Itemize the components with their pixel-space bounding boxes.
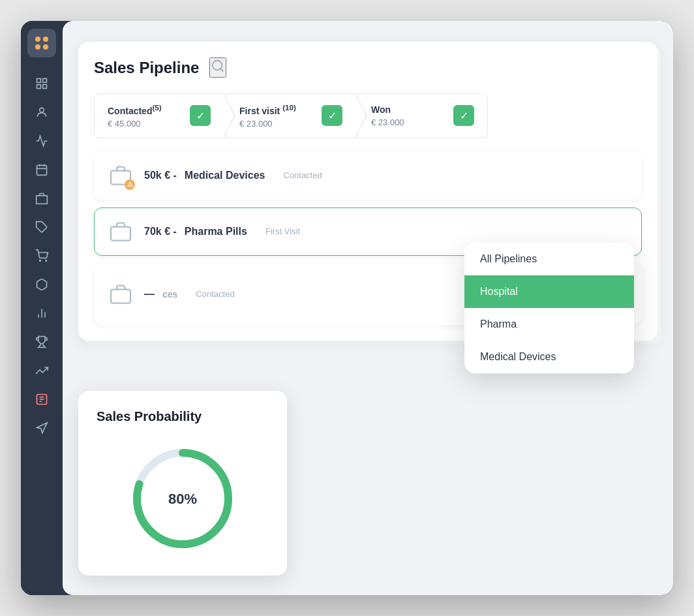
- svg-rect-1: [43, 79, 47, 83]
- svg-line-18: [221, 69, 224, 71]
- svg-rect-2: [37, 85, 41, 89]
- logo-dot-3: [35, 44, 40, 50]
- logo-dots: [35, 37, 48, 50]
- donut-chart-container: 80%: [97, 440, 269, 557]
- stage-first-visit-name: First visit (10): [239, 103, 314, 116]
- svg-point-17: [213, 61, 222, 70]
- logo-dot-2: [43, 37, 48, 42]
- warning-badge: ⚠: [125, 179, 135, 190]
- dropdown-option-all-pipelines[interactable]: All Pipelines: [464, 243, 634, 275]
- deal-icon-third: [108, 281, 134, 307]
- stage-contacted-name: Contacted(5): [108, 103, 182, 116]
- svg-rect-9: [37, 196, 48, 204]
- sales-probability-card: Sales Probability 80%: [78, 391, 287, 576]
- deal-stage-medical: Contacted: [283, 170, 322, 180]
- page-title: Sales Pipeline: [94, 59, 199, 77]
- deal-icon-medical: ⚠: [108, 162, 134, 189]
- sidebar-item-chart[interactable]: [29, 300, 55, 326]
- stage-won-check: ✓: [453, 105, 474, 126]
- probability-title: Sales Probability: [97, 409, 269, 424]
- stage-contacted-check: ✓: [190, 105, 211, 126]
- stage-contacted-info: Contacted(5) € 45.000: [108, 103, 182, 129]
- stage-contacted[interactable]: Contacted(5) € 45.000 ✓: [94, 93, 224, 138]
- sidebar-item-goals[interactable]: [29, 329, 55, 355]
- stage-first-visit-check: ✓: [322, 105, 342, 126]
- dropdown-option-medical-devices[interactable]: Medical Devices: [464, 341, 634, 373]
- sidebar-item-products[interactable]: [29, 271, 55, 298]
- svg-point-12: [46, 260, 47, 262]
- stage-won-name: Won: [371, 104, 445, 115]
- stage-won[interactable]: Won € 23.000 ✓: [357, 93, 488, 138]
- stage-contacted-amount: € 45.000: [108, 119, 182, 129]
- deal-amount-third: —: [144, 288, 155, 300]
- stage-won-info: Won € 23.000: [371, 104, 445, 127]
- main-content: Sales Pipeline Contacted(5) € 45.000: [63, 21, 673, 595]
- deal-name-pharma: Pharma Pills: [185, 226, 247, 238]
- pipeline-dropdown: All Pipelines Hospital Pharma Medical De…: [464, 243, 634, 373]
- sidebar-item-companies[interactable]: [29, 185, 55, 211]
- sidebar-item-dashboard[interactable]: [29, 70, 55, 97]
- sidebar-logo: [27, 29, 56, 57]
- svg-rect-21: [111, 289, 130, 303]
- sidebar: [21, 21, 63, 595]
- dropdown-option-hospital[interactable]: Hospital: [464, 275, 634, 308]
- sidebar-item-calendar[interactable]: [29, 157, 55, 183]
- svg-rect-3: [43, 85, 47, 89]
- deal-row-medical-devices[interactable]: ⚠ 50k € - Medical Devices Contacted: [94, 151, 642, 200]
- deal-stage-third: Contacted: [196, 289, 234, 299]
- svg-rect-5: [37, 165, 47, 175]
- stage-first-visit-info: First visit (10) € 23.000: [239, 103, 314, 129]
- sidebar-item-analytics[interactable]: [29, 358, 55, 384]
- svg-point-4: [40, 108, 44, 112]
- pipeline-stages: Contacted(5) € 45.000 ✓ First visit (10)…: [94, 93, 642, 138]
- logo-dot-1: [35, 37, 40, 42]
- sidebar-item-activity[interactable]: [29, 128, 55, 154]
- svg-rect-0: [37, 79, 41, 83]
- card-header: Sales Pipeline: [94, 57, 642, 78]
- sidebar-item-tags[interactable]: [29, 214, 55, 240]
- sidebar-item-reports[interactable]: [29, 386, 55, 412]
- dropdown-option-pharma[interactable]: Pharma: [464, 308, 634, 341]
- deal-amount-pharma: 70k € -: [144, 226, 177, 238]
- donut-value: 80%: [168, 491, 197, 507]
- app-wrapper: Sales Pipeline Contacted(5) € 45.000: [21, 21, 673, 595]
- donut-chart: 80%: [124, 440, 241, 557]
- svg-rect-20: [111, 226, 130, 240]
- deal-icon-pharma: [108, 219, 134, 245]
- deal-info-medical: 50k € - Medical Devices Contacted: [144, 170, 628, 181]
- stage-won-amount: € 23.000: [371, 117, 445, 127]
- search-button[interactable]: [209, 57, 226, 78]
- sidebar-item-marketing[interactable]: [29, 415, 55, 441]
- sidebar-item-contacts[interactable]: [29, 99, 55, 125]
- deal-name-third: ces: [162, 289, 177, 300]
- logo-dot-4: [43, 44, 48, 50]
- stage-first-visit-amount: € 23.000: [239, 119, 314, 129]
- sidebar-item-orders[interactable]: [29, 243, 55, 269]
- stage-first-visit[interactable]: First visit (10) € 23.000 ✓: [226, 93, 356, 138]
- deal-name-medical: Medical Devices: [185, 170, 265, 181]
- deal-stage-pharma: First Visit: [265, 226, 300, 236]
- deal-info-pharma: 70k € - Pharma Pills First Visit: [144, 226, 628, 238]
- svg-point-11: [40, 260, 41, 262]
- deal-amount-medical: 50k € -: [144, 170, 177, 181]
